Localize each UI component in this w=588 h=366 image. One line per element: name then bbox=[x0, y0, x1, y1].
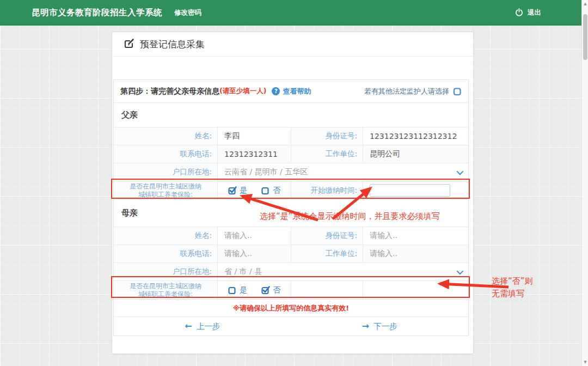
father-insurance-options: 是 否 bbox=[218, 181, 291, 199]
other-guardian-option: 若有其他法定监护人请选择 bbox=[364, 87, 462, 96]
mother-insurance-options: 是 否 bbox=[218, 281, 291, 299]
question-icon: ? bbox=[272, 87, 280, 95]
arrow-left-icon: ← bbox=[185, 322, 192, 331]
father-insurance-no-checkbox[interactable]: 否 bbox=[261, 186, 280, 196]
father-phone-value[interactable]: 12312312311 bbox=[218, 145, 291, 163]
father-section-label: 父亲 bbox=[121, 110, 138, 120]
mother-phone-work-row: 联系电话: 请输入.. 工作单位: 请输入.. bbox=[114, 245, 468, 263]
nav-row: ← 上一步 → 下一步 bbox=[114, 317, 468, 335]
step-note: (请至少填一人) bbox=[219, 87, 266, 96]
father-phone-label: 联系电话: bbox=[114, 145, 218, 163]
change-password-link[interactable]: 修改密码 bbox=[174, 8, 201, 17]
mother-residence-select[interactable]: 省 / 市 / 县 bbox=[218, 263, 468, 280]
top-navbar: 昆明市义务教育阶段招生入学系统 修改密码 退出 bbox=[0, 0, 588, 26]
father-id-value[interactable]: 123123123112312312 bbox=[363, 127, 468, 145]
mother-section-header: 母亲 bbox=[114, 200, 468, 227]
payment-start-time-label: 开始缴纳时间: bbox=[291, 181, 363, 199]
annotation-no-note: 选择“否”则 无需填写 bbox=[492, 275, 533, 300]
mother-name-label: 姓名: bbox=[114, 227, 218, 245]
logout-button[interactable]: 退出 bbox=[515, 8, 541, 18]
mother-residence-row: 户口所在地: 省 / 市 / 县 bbox=[114, 263, 468, 281]
prev-step-button[interactable]: ← 上一步 bbox=[114, 317, 291, 335]
payment-start-time-input[interactable] bbox=[370, 184, 450, 197]
step-title: 第四步：请完善父亲母亲信息 bbox=[120, 87, 219, 96]
form-table: 第四步：请完善父亲母亲信息 (请至少填一人) ? 查看帮助 若有其他法定监护人请… bbox=[113, 80, 469, 336]
other-guardian-label: 若有其他法定监护人请选择 bbox=[364, 87, 449, 96]
mother-residence-value: 省 / 市 / 县 bbox=[224, 267, 262, 277]
warning-row: ※请确保以上所填写的信息真实有效! bbox=[114, 300, 468, 317]
scrollbar[interactable]: ▲ ▼ bbox=[581, 0, 588, 366]
app-title: 昆明市义务教育阶段招生入学系统 bbox=[32, 7, 162, 19]
view-help-link[interactable]: ? 查看帮助 bbox=[272, 87, 311, 96]
father-residence-select[interactable]: 云南省 / 昆明市 / 五华区 bbox=[218, 163, 468, 181]
next-step-label: 下一步 bbox=[373, 321, 397, 332]
payment-start-time-cell bbox=[363, 181, 468, 199]
father-residence-row: 户口所在地: 云南省 / 昆明市 / 五华区 bbox=[114, 163, 468, 181]
father-name-label: 姓名: bbox=[114, 127, 218, 145]
father-work-value[interactable]: 昆明公司 bbox=[363, 145, 468, 163]
mother-insurance-empty-cell-1 bbox=[291, 281, 363, 299]
father-residence-value: 云南省 / 昆明市 / 五华区 bbox=[224, 167, 308, 177]
father-insurance-yes-checkbox[interactable]: 是 bbox=[228, 186, 247, 196]
father-phone-work-row: 联系电话: 12312312311 工作单位: 昆明公司 bbox=[114, 145, 468, 163]
scrollbar-up-icon[interactable]: ▲ bbox=[582, 1, 588, 7]
mother-phone-input[interactable]: 请输入.. bbox=[218, 245, 291, 263]
father-residence-label: 户口所在地: bbox=[114, 163, 218, 181]
mother-name-id-row: 姓名: 请输入.. 身份证号: 请输入.. bbox=[114, 227, 468, 245]
prev-step-label: 上一步 bbox=[197, 321, 220, 332]
pre-registration-card: 预登记信息采集 第四步：请完善父亲母亲信息 (请至少填一人) ? 查看帮助 若有… bbox=[112, 32, 474, 354]
father-name-value[interactable]: 李四 bbox=[218, 127, 291, 145]
mother-residence-label: 户口所在地: bbox=[114, 263, 218, 280]
mother-insurance-label: 是否在昆明市主城区缴纳 城镇职工养老保险: bbox=[114, 281, 218, 299]
arrow-right-icon: → bbox=[362, 322, 369, 331]
mother-work-input[interactable]: 请输入.. bbox=[363, 245, 468, 263]
mother-work-label: 工作单位: bbox=[291, 245, 363, 263]
father-id-label: 身份证号: bbox=[291, 127, 363, 145]
mother-phone-label: 联系电话: bbox=[114, 245, 218, 263]
mother-insurance-yes-checkbox[interactable]: 是 bbox=[228, 285, 247, 295]
scrollbar-down-icon[interactable]: ▼ bbox=[582, 359, 588, 365]
father-insurance-label: 是否在昆明市主城区缴纳 城镇职工养老保险: bbox=[114, 181, 218, 199]
view-help-label: 查看帮助 bbox=[283, 87, 311, 96]
logout-label: 退出 bbox=[528, 8, 541, 17]
mother-id-input[interactable]: 请输入.. bbox=[363, 227, 468, 245]
father-work-label: 工作单位: bbox=[291, 145, 363, 163]
chevron-down-icon[interactable] bbox=[457, 267, 464, 274]
warning-text: ※请确保以上所填写的信息真实有效! bbox=[233, 303, 350, 313]
power-icon bbox=[515, 8, 523, 18]
card-header: 预登记信息采集 bbox=[112, 32, 473, 57]
mother-name-input[interactable]: 请输入.. bbox=[218, 227, 291, 245]
mother-insurance-row: 是否在昆明市主城区缴纳 城镇职工养老保险: 是 否 bbox=[114, 281, 468, 300]
page: 昆明市义务教育阶段招生入学系统 修改密码 退出 预登记信息采集 bbox=[0, 0, 588, 366]
father-insurance-row: 是否在昆明市主城区缴纳 城镇职工养老保险: 是 否 开始缴纳时间: bbox=[114, 181, 468, 200]
edit-icon bbox=[124, 38, 134, 51]
mother-id-label: 身份证号: bbox=[291, 227, 363, 245]
page-title: 预登记信息采集 bbox=[140, 38, 205, 51]
father-section-header: 父亲 bbox=[114, 103, 468, 127]
other-guardian-checkbox[interactable] bbox=[453, 87, 462, 96]
step-header-row: 第四步：请完善父亲母亲信息 (请至少填一人) ? 查看帮助 若有其他法定监护人请… bbox=[114, 80, 468, 103]
next-step-button[interactable]: → 下一步 bbox=[291, 317, 469, 335]
mother-insurance-no-checkbox[interactable]: 否 bbox=[261, 285, 280, 295]
mother-insurance-empty-cell-2 bbox=[363, 281, 468, 299]
mother-section-label: 母亲 bbox=[121, 208, 138, 218]
scrollbar-thumb[interactable] bbox=[583, 14, 587, 60]
father-name-id-row: 姓名: 李四 身份证号: 123123123112312312 bbox=[114, 127, 468, 145]
chevron-down-icon[interactable] bbox=[457, 168, 464, 175]
